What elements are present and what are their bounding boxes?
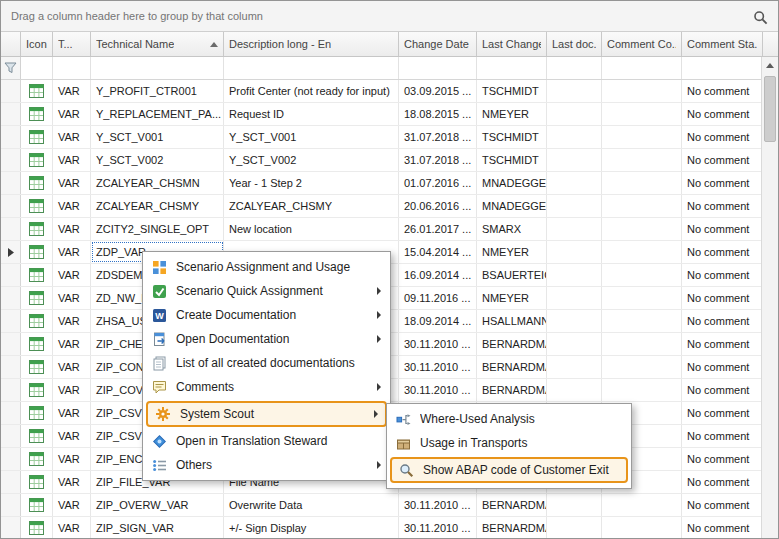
cell-commentco[interactable] — [602, 356, 682, 378]
cell-date[interactable]: 20.06.2016 ... — [399, 195, 477, 217]
scroll-up-button[interactable] — [762, 57, 778, 74]
scroll-thumb[interactable] — [764, 76, 776, 142]
cell-user[interactable]: TSCHMIDT — [477, 149, 547, 171]
cell-date[interactable]: 15.04.2014 ... — [399, 241, 477, 263]
table-row[interactable]: VARY_SCT_V002Y_SCT_V00231.07.2018 ...TSC… — [1, 149, 763, 172]
menu-item-where-used-analysis[interactable]: Where-Used Analysis — [389, 407, 629, 431]
cell-commentsta[interactable]: No comment — [682, 218, 763, 240]
column-header-commentco[interactable]: Comment Co... — [602, 32, 682, 56]
table-row[interactable]: VARZIP_SIGN_VAR+/- Sign Display30.11.201… — [1, 517, 763, 539]
cell-name[interactable]: ZIP_OVERW_VAR — [91, 494, 224, 516]
cell-user[interactable]: TSCHMIDT — [477, 126, 547, 148]
cell-icon[interactable] — [21, 195, 53, 217]
cell-type[interactable]: VAR — [53, 494, 91, 516]
cell-commentsta[interactable]: No comment — [682, 517, 763, 539]
cell-commentsta[interactable]: No comment — [682, 402, 763, 424]
cell-lastdoc[interactable] — [547, 287, 602, 309]
cell-commentsta[interactable]: No comment — [682, 471, 763, 493]
cell-lastdoc[interactable] — [547, 379, 602, 401]
cell-lastdoc[interactable] — [547, 310, 602, 332]
cell-lastdoc[interactable] — [547, 218, 602, 240]
cell-type[interactable]: VAR — [53, 195, 91, 217]
column-header-type[interactable]: T... — [53, 32, 91, 56]
cell-commentsta[interactable]: No comment — [682, 379, 763, 401]
cell-commentsta[interactable]: No comment — [682, 172, 763, 194]
cell-lastdoc[interactable] — [547, 126, 602, 148]
menu-item-create-documentation[interactable]: WCreate Documentation — [145, 303, 388, 327]
cell-commentsta[interactable]: No comment — [682, 494, 763, 516]
cell-desc[interactable]: +/- Sign Display — [224, 517, 399, 539]
cell-commentsta[interactable]: No comment — [682, 425, 763, 447]
vertical-scrollbar[interactable] — [761, 57, 778, 539]
cell-icon[interactable] — [21, 356, 53, 378]
cell-icon[interactable] — [21, 517, 53, 539]
search-icon[interactable] — [749, 6, 771, 28]
table-row[interactable]: VARZCALYEAR_CHSMNYear - 1 Step 201.07.20… — [1, 172, 763, 195]
cell-name[interactable]: ZCALYEAR_CHSMN — [91, 172, 224, 194]
table-row[interactable]: VARY_REPLACEMENT_PA...Request ID18.08.20… — [1, 103, 763, 126]
cell-type[interactable]: VAR — [53, 448, 91, 470]
cell-commentsta[interactable]: No comment — [682, 448, 763, 470]
cell-icon[interactable] — [21, 126, 53, 148]
cell-desc[interactable]: Profit Center (not ready for input) — [224, 80, 399, 102]
menu-item-show-abap-code-of-customer-exit[interactable]: Show ABAP code of Customer Exit — [390, 457, 628, 483]
cell-commentco[interactable] — [602, 379, 682, 401]
cell-commentco[interactable] — [602, 195, 682, 217]
cell-type[interactable]: VAR — [53, 241, 91, 263]
cell-desc[interactable]: Y_SCT_V002 — [224, 149, 399, 171]
cell-name[interactable]: ZCITY2_SINGLE_OPT — [91, 218, 224, 240]
cell-icon[interactable] — [21, 103, 53, 125]
cell-date[interactable]: 09.11.2016 ... — [399, 287, 477, 309]
cell-icon[interactable] — [21, 218, 53, 240]
cell-lastdoc[interactable] — [547, 241, 602, 263]
cell-date[interactable]: 16.09.2014 ... — [399, 264, 477, 286]
cell-commentsta[interactable]: No comment — [682, 264, 763, 286]
cell-date[interactable]: 30.11.2010 ... — [399, 333, 477, 355]
cell-lastdoc[interactable] — [547, 333, 602, 355]
cell-commentco[interactable] — [602, 218, 682, 240]
cell-type[interactable]: VAR — [53, 517, 91, 539]
cell-commentco[interactable] — [602, 103, 682, 125]
column-header-desc[interactable]: Description long - En — [224, 32, 399, 56]
cell-name[interactable]: Y_SCT_V001 — [91, 126, 224, 148]
cell-commentsta[interactable]: No comment — [682, 241, 763, 263]
cell-desc[interactable]: Request ID — [224, 103, 399, 125]
menu-item-list-of-all-created-documentations[interactable]: List of all created documentations — [145, 351, 388, 375]
cell-type[interactable]: VAR — [53, 149, 91, 171]
cell-icon[interactable] — [21, 310, 53, 332]
cell-name[interactable]: Y_PROFIT_CTR001 — [91, 80, 224, 102]
cell-user[interactable]: BERNARDMA — [477, 356, 547, 378]
cell-type[interactable]: VAR — [53, 333, 91, 355]
cell-commentsta[interactable]: No comment — [682, 287, 763, 309]
menu-item-scenario-quick-assignment[interactable]: Scenario Quick Assignment — [145, 279, 388, 303]
menu-item-usage-in-transports[interactable]: Usage in Transports — [389, 431, 629, 455]
filter-cell-type[interactable] — [53, 57, 91, 79]
menu-item-others[interactable]: Others — [145, 453, 388, 477]
cell-icon[interactable] — [21, 241, 53, 263]
cell-icon[interactable] — [21, 402, 53, 424]
cell-commentco[interactable] — [602, 310, 682, 332]
column-header-lastdoc[interactable]: Last doc... — [547, 32, 602, 56]
cell-desc[interactable]: New location — [224, 218, 399, 240]
cell-type[interactable]: VAR — [53, 287, 91, 309]
table-row[interactable]: VARZCITY2_SINGLE_OPTNew location26.01.20… — [1, 218, 763, 241]
cell-user[interactable]: BERNARDMA — [477, 517, 547, 539]
cell-desc[interactable]: ZCALYEAR_CHSMY — [224, 195, 399, 217]
table-row[interactable]: VARZIP_OVERW_VAROverwrite Data30.11.2010… — [1, 494, 763, 517]
filter-cell-commentsta[interactable] — [682, 57, 763, 79]
cell-commentco[interactable] — [602, 241, 682, 263]
group-by-panel[interactable]: Drag a column header here to group by th… — [1, 1, 778, 32]
filter-cell-user[interactable] — [477, 57, 547, 79]
cell-icon[interactable] — [21, 172, 53, 194]
cell-lastdoc[interactable] — [547, 517, 602, 539]
cell-date[interactable]: 31.07.2018 ... — [399, 149, 477, 171]
filter-cell-icon[interactable] — [21, 57, 53, 79]
cell-type[interactable]: VAR — [53, 310, 91, 332]
cell-name[interactable]: Y_REPLACEMENT_PA... — [91, 103, 224, 125]
cell-date[interactable]: 30.11.2010 ... — [399, 356, 477, 378]
cell-lastdoc[interactable] — [547, 172, 602, 194]
column-header-commentsta[interactable]: Comment Sta... — [682, 32, 763, 56]
cell-type[interactable]: VAR — [53, 172, 91, 194]
cell-icon[interactable] — [21, 333, 53, 355]
cell-user[interactable]: TSCHMIDT — [477, 80, 547, 102]
